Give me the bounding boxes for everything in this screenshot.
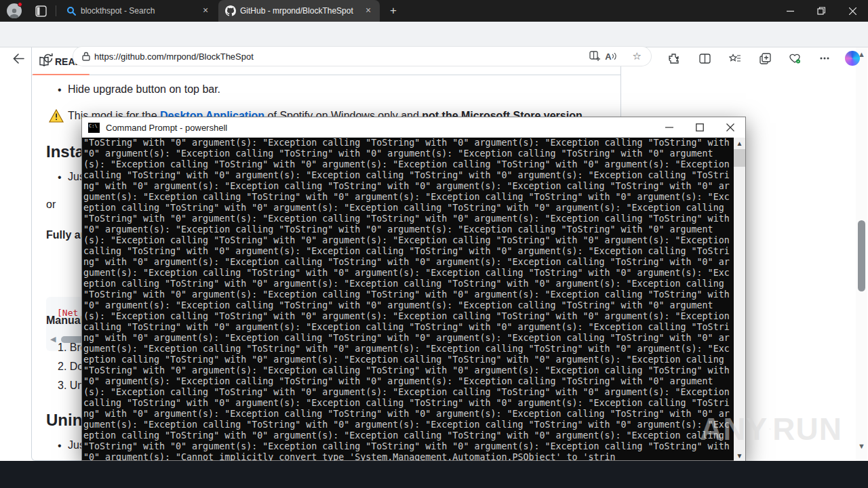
- favorites-hub-icon[interactable]: [726, 49, 744, 67]
- new-tab-button[interactable]: +: [385, 3, 401, 19]
- tab-github[interactable]: GitHub - mrpond/BlockTheSpot ×: [218, 0, 380, 22]
- tab-divider: [56, 5, 56, 16]
- split-screen-icon[interactable]: [696, 49, 713, 67]
- tab-close-icon[interactable]: ×: [199, 5, 212, 17]
- terminal-scroll-up-icon[interactable]: ▲: [734, 140, 745, 147]
- workspaces-icon[interactable]: [35, 5, 47, 17]
- hscroll-left-arrow-icon[interactable]: ◀: [50, 335, 56, 344]
- browser-essentials-icon[interactable]: [786, 49, 804, 67]
- browser-tab-strip: blockthspot - Search × GitHub - mrpond/B…: [0, 0, 868, 22]
- watermark-any: ANY: [700, 411, 768, 447]
- browser-toolbar: https://github.com/mrpond/BlockTheSpot A…: [0, 22, 868, 47]
- window-minimize-button[interactable]: [774, 0, 806, 22]
- cmd-icon: C:\: [88, 123, 100, 133]
- scroll-down-icon[interactable]: ▼: [857, 442, 866, 450]
- step-2: 2. Do: [58, 361, 83, 373]
- search-favicon-icon: [66, 6, 77, 16]
- favorite-star-icon[interactable]: ☆: [633, 50, 642, 62]
- github-favicon-icon: [225, 5, 236, 16]
- tab-title: blockthspot - Search: [81, 6, 195, 16]
- window-close-button[interactable]: [837, 0, 868, 22]
- terminal-title: Command Prompt - powershell: [106, 123, 227, 133]
- or-text: or: [46, 199, 56, 211]
- anyrun-play-icon: [769, 410, 771, 448]
- bullet-dot: •: [58, 171, 62, 184]
- taskbar: [0, 461, 868, 488]
- tab-search[interactable]: blockthspot - Search ×: [60, 0, 217, 22]
- readme-active-underline: [33, 74, 90, 75]
- window-restore-button[interactable]: [806, 0, 837, 22]
- split-new-window-icon[interactable]: [589, 51, 601, 62]
- terminal-window[interactable]: C:\ Command Prompt - powershell "ToStrin…: [81, 117, 746, 461]
- terminal-close-button[interactable]: [715, 117, 745, 138]
- tab-title: GitHub - mrpond/BlockTheSpot: [240, 6, 358, 16]
- extensions-icon[interactable]: [665, 49, 682, 67]
- terminal-titlebar[interactable]: C:\ Command Prompt - powershell: [82, 117, 745, 138]
- refresh-icon[interactable]: [39, 49, 57, 67]
- profile-notification-dot: [18, 2, 22, 7]
- back-icon[interactable]: [9, 49, 27, 67]
- lock-icon[interactable]: [82, 52, 90, 61]
- url-text[interactable]: https://github.com/mrpond/BlockTheSpot: [94, 52, 254, 62]
- page-scrollbar[interactable]: ▲ ▼: [856, 47, 867, 461]
- manual-heading: Manual: [46, 314, 83, 327]
- terminal-scrollbar-thumb[interactable]: [734, 149, 745, 167]
- tab-close-icon[interactable]: ×: [362, 5, 374, 17]
- collections-icon[interactable]: [756, 49, 774, 67]
- terminal-output[interactable]: "ToString" with "0" argument(s): "Except…: [82, 138, 734, 461]
- warning-icon: [49, 109, 64, 123]
- terminal-maximize-button[interactable]: [684, 117, 715, 138]
- bullet-dot: •: [58, 440, 62, 452]
- copilot-icon[interactable]: [844, 49, 861, 67]
- bullet-dot: •: [58, 84, 62, 96]
- step-3: 3. Un: [58, 380, 83, 392]
- more-options-icon[interactable]: [816, 49, 833, 67]
- terminal-scroll-down-icon[interactable]: ▼: [734, 452, 745, 460]
- read-aloud-icon[interactable]: A: [605, 52, 616, 62]
- anyrun-watermark: ANY RUN: [700, 408, 842, 450]
- watermark-run: RUN: [772, 411, 842, 447]
- address-bar[interactable]: https://github.com/mrpond/BlockTheSpot A…: [73, 47, 651, 66]
- page-scrollbar-thumb[interactable]: [858, 220, 865, 291]
- terminal-minimize-button[interactable]: [654, 117, 684, 138]
- terminal-text: "ToString" with "0" argument(s): "Except…: [82, 138, 734, 461]
- readme-line-hide-upgrade: Hide upgrade button on top bar.: [68, 83, 220, 96]
